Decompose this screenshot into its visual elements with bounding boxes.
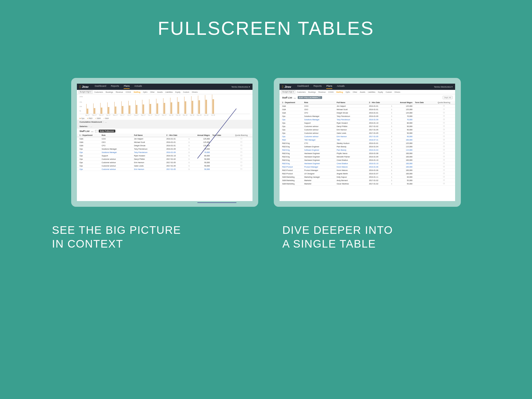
tab-liabilities[interactable]: Liabilities (368, 91, 375, 93)
col-name[interactable]: Full Name (134, 134, 167, 136)
tab-customers[interactable]: Customers (297, 91, 306, 93)
tab-customers[interactable]: Customers (94, 91, 103, 93)
staff-list-label: Staff List (282, 96, 292, 99)
company-select[interactable]: Tembo Electronics ▾ (231, 86, 250, 88)
nav-dashboard[interactable]: Dashboard (297, 85, 309, 89)
company-select[interactable]: Tembo Electronics ▾ (434, 86, 453, 88)
table-row[interactable]: OpsCustomer advisorErin Hannon2017-01-05… (77, 168, 252, 171)
bar-group (133, 100, 139, 114)
table-row[interactable]: R&D:EngHardware EngineerPhyllis Vance201… (280, 152, 455, 155)
nav-actuals[interactable]: Actuals (337, 85, 345, 89)
col-role[interactable]: Role (304, 102, 337, 103)
tab-cogs[interactable]: COGS (328, 91, 334, 93)
table-row[interactable]: R&D:ProductProduct ManagerKevin Malone20… (280, 169, 455, 172)
nav-reports[interactable]: Reports (314, 85, 322, 89)
brand-logo[interactable]: 𓃱 Jirav (282, 85, 291, 89)
section-salaries[interactable]: Salaries › … (77, 124, 252, 129)
brand-logo[interactable]: 𓃱 Jirav (79, 85, 89, 89)
nav-actuals[interactable]: Actuals (134, 85, 142, 89)
col-hire[interactable]: 2 ↑ Hire Date (369, 102, 391, 103)
tab-custom[interactable]: Custom (183, 91, 189, 93)
table-row[interactable]: G&ACOOJim Halpert2016-01-01$125,000☐ (280, 104, 455, 108)
table-row[interactable]: G&ACFODwight Shrute2016-01-01$125,000☐ (77, 144, 252, 147)
col-wages[interactable]: Annual Wages (395, 102, 415, 103)
table-row[interactable]: OpsSupportRyan Howard2016-01-10$80,000☐ (77, 154, 252, 157)
tab-liabilities[interactable]: Liabilities (165, 91, 173, 93)
table-row[interactable]: S&M:MarketingMarketing managerKelly Kapo… (280, 175, 455, 179)
col-role[interactable]: Role (102, 134, 134, 136)
budget-select[interactable]: Budget-High ▾ (281, 90, 295, 94)
enter-fullscreen-icon[interactable]: ⛶ (95, 130, 97, 132)
table-row[interactable]: G&ACFODwight Shrute2016-01-01$125,000☐ (280, 111, 455, 115)
col-name[interactable]: Full Name (337, 102, 369, 103)
table-row[interactable]: OpsSolutions ManagerToby Flenderson2016-… (77, 151, 252, 154)
tab-custom[interactable]: Custom (386, 91, 392, 93)
tab-staffing[interactable]: Staffing (336, 91, 343, 93)
table-row[interactable]: OpsCustomer advisorErin Hannon2017-01-05… (77, 161, 252, 164)
legend-ops[interactable]: Ops (79, 117, 84, 119)
col-hire[interactable]: 2 ↑ Hire Date (167, 134, 189, 136)
tab-opex[interactable]: OpEx (345, 91, 350, 93)
table-row[interactable]: R&D:EngCTOStanley Hudson2016-01-01$125,0… (280, 142, 455, 145)
nav-reports[interactable]: Reports (111, 85, 119, 89)
table-row[interactable]: R&D:EngSoftware EngineerPam Beesly2016-0… (280, 145, 455, 148)
table-row[interactable]: R&D:ProductUX DesignerAngela Martin2016-… (280, 172, 455, 175)
legend-rd[interactable]: R&D (87, 117, 92, 119)
table-row[interactable]: G&ACOOJim Halpert2016-01-01$125,000☐ (77, 137, 252, 141)
tab-staffing[interactable]: Staffing (134, 91, 140, 93)
tab-cogs[interactable]: COGS (126, 91, 131, 93)
col-quota[interactable]: Quota Bearing (435, 102, 453, 103)
dept-filter[interactable]: Dept: All (443, 96, 453, 99)
col-dept[interactable]: 1 ↑ Department (282, 102, 304, 103)
table-row[interactable]: OpsSolutions ManagerToby Flenderson2016-… (280, 115, 455, 118)
tab-bookings[interactable]: Bookings (308, 91, 316, 93)
exit-fullscreen-button[interactable]: EXIT FULLSCREEN (298, 96, 322, 99)
tab-drivers[interactable]: Drivers (395, 91, 400, 93)
nav-dashboard[interactable]: Dashboard (95, 85, 106, 89)
table-row[interactable]: R&D:ProductProduct ManagerKevin Malone20… (280, 165, 455, 169)
tab-other[interactable]: Other (353, 91, 357, 93)
legend-sm[interactable]: S&M (95, 117, 101, 119)
tab-assets[interactable]: Assets (360, 91, 365, 93)
table-row[interactable]: R&D:EngSoftware EngineerPam Beesly2016-0… (280, 148, 455, 152)
tab-other[interactable]: Other (150, 91, 155, 93)
x-label: Mar-18 (182, 114, 188, 116)
table-row[interactable]: OpsCustomer advisorGabe Lewis2017-01-05$… (280, 131, 455, 135)
table-row[interactable]: OpsSolutions ManagerToby Flenderson2016-… (280, 118, 455, 121)
col-term[interactable]: Term Date (212, 134, 233, 136)
tab-revenue[interactable]: Revenue (318, 91, 326, 93)
table-row[interactable]: S&M:MarketingMarketerOscar Martinez2017-… (280, 182, 455, 185)
table-row[interactable]: OpsCustomer advisorDarryl Philbin2017-01… (280, 125, 455, 128)
tab-revenue[interactable]: Revenue (116, 91, 123, 93)
table-row[interactable]: OpsCustomer advisorDarryl Philbin2017-01… (77, 157, 252, 161)
table-row[interactable]: R&D:EngHardware EngineerCreed Bratton201… (280, 162, 455, 165)
tab-opex[interactable]: OpEx (143, 91, 148, 93)
nav-plans[interactable]: Plans (124, 85, 130, 89)
table-row[interactable]: OpsCustomer advisorErin Hannon2017-01-05… (280, 135, 455, 138)
col-term[interactable]: Term Date (415, 102, 436, 103)
x-label: Jun-17 (119, 114, 125, 116)
table-row[interactable]: G&ACEOMichael Scott2016-01-01$125,000☐ (280, 108, 455, 111)
table-row[interactable]: R&D:EngHardware EngineerMeredith Palmer2… (280, 155, 455, 158)
tab-drivers[interactable]: Drivers (192, 91, 198, 93)
col-dept[interactable]: 1 ↑ Department (79, 134, 102, 136)
table-row[interactable]: G&ACEOMichael Scott2016-01-01$125,000☐ (77, 141, 252, 144)
table-row[interactable]: S&M:MarketingMarketerAndy Bernard2017-01… (280, 179, 455, 182)
col-wages[interactable]: Annual Wages (192, 134, 212, 136)
section-cumulative[interactable]: Cumulative Headcount › … (77, 120, 252, 124)
tab-bookings[interactable]: Bookings (106, 91, 113, 93)
tab-equity[interactable]: Equity (175, 91, 180, 93)
tab-equity[interactable]: Equity (378, 91, 383, 93)
x-label: Mar-17 (98, 114, 105, 116)
table-row[interactable]: R&DTBD ManagerTBH2018-07-31$100,000☐ (280, 138, 455, 142)
tab-assets[interactable]: Assets (157, 91, 163, 93)
budget-select[interactable]: Budget-High ▾ (78, 90, 93, 94)
table-row[interactable]: OpsSupportRyan Howard2016-01-10$80,000☐ (280, 121, 455, 125)
legend-ga[interactable]: G&A (103, 117, 109, 119)
table-row[interactable]: OpsCustomer advisorErin Hannon2017-01-05… (280, 128, 455, 131)
table-row[interactable]: OpsCustomer advisorGabe Lewis2017-01-05$… (77, 164, 252, 168)
col-quota[interactable]: Quota Bearing (233, 134, 250, 136)
table-row[interactable]: OpsSolutions ManagerToby Flenderson2016-… (77, 147, 252, 151)
table-row[interactable]: R&D:EngHardware EngineerCreed Bratton201… (280, 158, 455, 162)
nav-plans[interactable]: Plans (326, 85, 332, 89)
